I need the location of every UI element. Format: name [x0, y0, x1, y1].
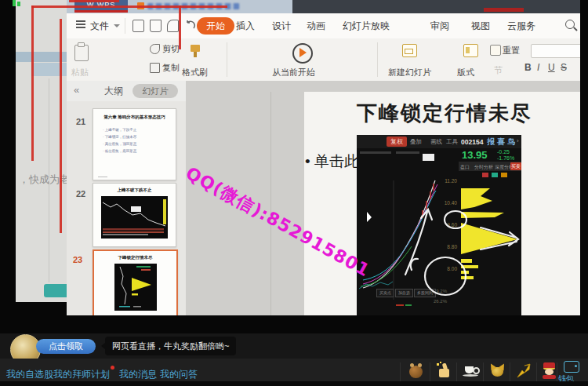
annotation-circle-bottom: [425, 257, 466, 295]
slide-21-bullet: · 低位密集，底部形态: [103, 149, 136, 153]
coffee-gift-icon[interactable]: [463, 362, 480, 380]
menu-bar: 文件 开始 插入 设计 动画 幻灯片放映 审阅 视图 云服务: [67, 13, 580, 38]
copy-icon[interactable]: [150, 63, 160, 73]
reset-button[interactable]: 重置: [503, 45, 520, 56]
paste-icon[interactable]: [74, 45, 89, 61]
layout-button[interactable]: 版式: [457, 67, 474, 78]
format-painter-button[interactable]: 格式刷: [182, 67, 208, 78]
red-annotation-line: [60, 19, 62, 233]
font-family-select[interactable]: [531, 44, 580, 58]
tab-animation[interactable]: 动画: [307, 20, 325, 33]
gold-arrow-gift-icon[interactable]: [515, 362, 532, 380]
file-caret-icon[interactable]: [114, 24, 120, 27]
slide-22-number: 22: [76, 189, 85, 198]
gift-divider: [400, 362, 401, 381]
strikethrough-button[interactable]: S: [561, 62, 567, 73]
slide-21-bullet: · 上峰不破，下跌不止: [103, 128, 136, 132]
slide-22-thumbnail[interactable]: 上峰不破下跌不止: [93, 183, 176, 247]
bold-button[interactable]: B: [524, 62, 532, 73]
new-slide-icon[interactable]: [402, 44, 417, 57]
tabbar-red-mark: [484, 8, 524, 12]
volume-profile: [461, 188, 517, 279]
tab-slides[interactable]: 幻灯片: [132, 84, 178, 98]
tab-design[interactable]: 设计: [272, 20, 291, 33]
annotation-circle-top: [445, 211, 466, 228]
gift-divider: [456, 362, 457, 381]
gift-divider: [536, 362, 537, 381]
hamburger-icon[interactable]: [76, 24, 85, 25]
print-preview-icon[interactable]: [167, 20, 179, 32]
print-icon[interactable]: [150, 20, 162, 32]
tab-view[interactable]: 视图: [471, 20, 490, 33]
file-menu[interactable]: 文件: [90, 20, 109, 33]
section-button[interactable]: 节: [494, 64, 503, 76]
claim-button[interactable]: 点击领取: [36, 339, 96, 354]
tab-insert[interactable]: 插入: [236, 20, 255, 33]
meatball-gift-icon[interactable]: [408, 362, 425, 380]
wps-window: W WPS 文件 开始 插入 设计 动画 幻灯片放映 审阅 视图 云服务: [67, 0, 580, 315]
slide-21-bullet: · 下峰锁定，行情未尽: [103, 135, 136, 139]
panel-header: « 大纲 幻灯片: [67, 81, 186, 102]
play-from-current-button[interactable]: 从当前开始: [272, 67, 315, 78]
ribbon-toolbar: 粘贴 剪切 复制 格式刷 从当前开始 新建幻灯片 版式 重置 节 B I U S: [67, 38, 580, 82]
ma-line-white: [363, 180, 435, 288]
red-annotation-line: [179, 5, 181, 49]
data-label-box: [423, 154, 434, 161]
area-divider: [270, 92, 271, 315]
slide-21-bullet: · 高位密集，顶部形态: [103, 142, 136, 146]
tab-review[interactable]: 审阅: [430, 20, 449, 33]
thumbs-up-gift-icon[interactable]: [436, 362, 453, 380]
stream-toolbar: 点击领取 网页看直播，牛丸奖励翻倍哟~: [0, 333, 588, 359]
tab-outline[interactable]: 大纲: [104, 85, 123, 98]
underline-button[interactable]: U: [548, 62, 555, 73]
slide-23-thumbnail-selected[interactable]: 下峰锁定行情未尽: [93, 249, 178, 315]
undo-icon[interactable]: [184, 20, 196, 31]
gold-bull-gift-icon[interactable]: [489, 362, 506, 380]
green-indicator-icon: [13, 0, 16, 6]
slide-title-text[interactable]: 下峰锁定行情未尽: [357, 100, 532, 127]
format-painter-icon[interactable]: [191, 45, 200, 52]
slide-21-footer: [98, 177, 107, 177]
stock-chart-image: 复权 叠加 画线 工具 002154 报喜鸟 › 13.95 -0.25 -1.…: [357, 135, 521, 315]
god-of-wealth-gift-icon[interactable]: [541, 362, 558, 380]
red-annotation-line: [31, 5, 227, 8]
paste-label[interactable]: 粘贴: [71, 67, 89, 78]
slide-21-thumbnail[interactable]: 第六章 筹码分布的基本形态技巧 · 上峰不破，下跌不止 · 下峰锁定，行情未尽 …: [93, 108, 176, 180]
slide-23-number: 23: [73, 255, 82, 264]
ma-line-cyan: [363, 191, 436, 280]
slide-thumbnail-panel: 21 第六章 筹码分布的基本形态技巧 · 上峰不破，下跌不止 · 下峰锁定，行情…: [67, 101, 187, 315]
menu-divider: [125, 18, 125, 34]
tab-my-stocks[interactable]: 我的自选股: [6, 368, 53, 381]
tab-my-mentor-plan[interactable]: 我的拜师计划: [53, 368, 110, 381]
save-icon[interactable]: [132, 20, 144, 32]
tabbar-empty-area: [292, 0, 580, 13]
layout-icon[interactable]: [463, 44, 478, 57]
slide-21-number: 21: [76, 117, 85, 126]
toolbar-separator-2: [377, 42, 378, 77]
stream-tooltip: 网页看直播，牛丸奖励翻倍哟~: [105, 337, 236, 355]
tab-my-messages[interactable]: 我的消息: [119, 368, 157, 381]
slide-22-chart-image: [101, 196, 168, 239]
italic-button[interactable]: I: [537, 62, 539, 73]
red-annotation-line: [31, 5, 34, 161]
tab-my-questions[interactable]: 我的问答: [160, 368, 198, 381]
play-from-current-icon[interactable]: [292, 43, 313, 64]
gift-divider: [510, 362, 510, 381]
cut-icon[interactable]: [150, 44, 160, 54]
search-icon[interactable]: [565, 20, 575, 29]
bottom-edge: [0, 381, 588, 386]
tab-start[interactable]: 开始: [197, 17, 234, 35]
tab-cloud[interactable]: 云服务: [507, 20, 535, 33]
new-slide-button[interactable]: 新建幻灯片: [388, 67, 431, 78]
reset-icon[interactable]: [490, 45, 501, 56]
copy-button[interactable]: 复制: [162, 62, 180, 74]
slide-21-title: 第六章 筹码分布的基本形态技巧: [93, 115, 176, 120]
wps-tab-underline: [74, 10, 128, 13]
collapse-panel-icon[interactable]: «: [74, 84, 79, 96]
green-indicator-icon: [17, 2, 20, 6]
cut-button[interactable]: 剪切: [162, 43, 180, 55]
background-teal-button[interactable]: [44, 284, 67, 297]
wallet-icon[interactable]: [564, 361, 579, 373]
red-annotation-line: [69, 0, 119, 2]
tab-slideshow[interactable]: 幻灯片放映: [343, 20, 390, 33]
